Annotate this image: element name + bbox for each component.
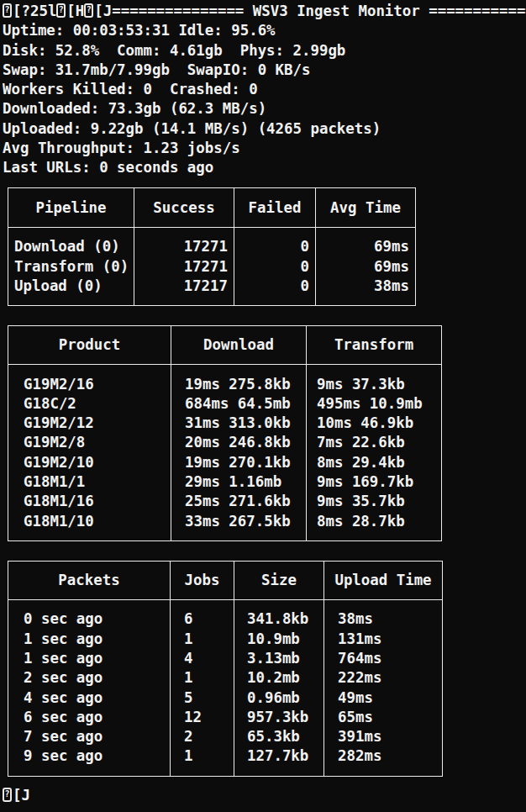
table-column: G19M2/16G18C/2G19M2/12G19M2/8G19M2/10G18…: [8, 365, 171, 540]
column-header: Size: [234, 562, 324, 600]
table-cell: 0 sec ago: [8, 609, 170, 629]
table-cell: 341.8kb: [234, 609, 323, 629]
table-cell: 1: [171, 746, 234, 766]
stat-line-downloaded: Downloaded: 73.3gb (62.3 MB/s): [3, 99, 526, 119]
unknown-char-icon: ?: [84, 3, 93, 18]
stat-line-last-urls: Last URLs: 0 seconds ago: [3, 158, 526, 177]
unknown-char-glyph: ?: [4, 789, 9, 799]
table-column: 341.8kb10.9mb3.13mb10.2mb0.96mb957.3kb65…: [234, 600, 324, 776]
table-cell: 391ms: [324, 727, 442, 746]
table-cell: 1: [171, 630, 234, 649]
column-header: Jobs: [171, 562, 234, 600]
table-cell: 17271: [134, 257, 234, 277]
esc-sequence-hide-cursor: [?25l: [13, 3, 56, 19]
page-title: WSV3 Ingest Monitor: [244, 3, 429, 19]
table-cell: Download (0): [8, 237, 134, 256]
table-cell: 38ms: [324, 609, 442, 629]
unknown-char-icon: ?: [56, 3, 66, 18]
table-column: 0 sec ago1 sec ago1 sec ago2 sec ago4 se…: [8, 600, 171, 776]
table-cell: 10ms 46.9kb: [307, 414, 441, 433]
table-cell: 10.2mb: [234, 668, 323, 688]
table-cell: 2 sec ago: [8, 668, 170, 688]
table-cell: 19ms 270.1kb: [171, 453, 306, 472]
table-cell: 4 sec ago: [8, 688, 170, 708]
table-cell: G18M1/16: [8, 492, 171, 511]
stat-line-workers: Workers Killed: 0 Crashed: 0: [3, 80, 526, 99]
table-cell: 10.9mb: [234, 630, 323, 649]
unknown-char-glyph: ?: [87, 5, 92, 14]
title-rule-left: ===============: [112, 3, 244, 19]
table-cell: 0.96mb: [234, 688, 323, 708]
column-header: Failed: [234, 188, 316, 227]
unknown-char-glyph: ?: [4, 5, 9, 14]
table-cell: 684ms 64.5mb: [171, 394, 306, 414]
unknown-char-glyph: ?: [59, 5, 64, 14]
table-cell: Upload (0): [8, 277, 134, 296]
column-header: Success: [134, 188, 234, 227]
table-body: G19M2/16G18C/2G19M2/12G19M2/8G19M2/10G18…: [8, 365, 441, 540]
table-header-row: PacketsJobsSizeUpload Time: [8, 562, 442, 601]
table-cell: 495ms 10.9mb: [307, 394, 441, 414]
stat-line-disk: Disk: 52.8% Comm: 4.61gb Phys: 2.99gb: [3, 41, 526, 61]
table-column: 9ms 37.3kb495ms 10.9mb10ms 46.9kb7ms 22.…: [307, 365, 441, 540]
table-cell: 3.13mb: [234, 649, 323, 668]
table-cell: 17217: [134, 277, 234, 296]
table-column: Download (0)Transform (0)Upload (0): [8, 228, 134, 305]
title-line: ?[?25l?[H?[J=============== WSV3 Ingest …: [3, 2, 526, 21]
column-header: Download: [171, 326, 307, 365]
table-cell: 9 sec ago: [8, 746, 170, 766]
table-cell: 764ms: [324, 649, 442, 668]
table-column: 38ms131ms764ms222ms49ms65ms391ms282ms: [324, 600, 442, 776]
table-cell: 6 sec ago: [8, 708, 170, 727]
table-cell: Transform (0): [8, 257, 134, 277]
table-cell: 8ms 28.7kb: [307, 512, 441, 531]
table-cell: 38ms: [316, 277, 415, 296]
unknown-char-icon: ?: [3, 3, 12, 18]
column-header: Packets: [8, 562, 171, 600]
table-cell: G18M1/10: [8, 512, 171, 531]
column-header: Avg Time: [316, 188, 415, 227]
table-cell: 222ms: [324, 668, 442, 688]
table-cell: 1 sec ago: [8, 630, 170, 649]
table-cell: 4: [171, 649, 234, 668]
table-cell: 25ms 271.6kb: [171, 492, 306, 511]
table-cell: 5: [171, 688, 234, 708]
table-cell: 2: [171, 727, 234, 746]
stat-line-uptime: Uptime: 00:03:53:31 Idle: 95.6%: [3, 21, 526, 40]
table-cell: 29ms 1.16mb: [171, 472, 306, 492]
table-cell: 282ms: [324, 746, 442, 766]
table-cell: 19ms 275.8kb: [171, 375, 306, 394]
table-cell: 33ms 267.5kb: [171, 512, 306, 531]
table-cell: 65.3kb: [234, 727, 323, 746]
pipeline-table: PipelineSuccessFailedAvg TimeDownload (0…: [8, 187, 416, 306]
table-cell: 1 sec ago: [8, 649, 170, 668]
esc-sequence-home: [H: [66, 3, 84, 19]
table-cell: 69ms: [316, 237, 415, 256]
column-header: Upload Time: [324, 562, 442, 600]
table-cell: 957.3kb: [234, 708, 323, 727]
table-cell: G19M2/16: [8, 375, 171, 394]
table-column: 69ms69ms38ms: [316, 228, 415, 305]
table-header-row: PipelineSuccessFailedAvg Time: [8, 188, 415, 228]
column-header: Pipeline: [8, 188, 134, 227]
table-cell: 6: [171, 609, 234, 629]
table-cell: 7ms 22.6kb: [307, 433, 441, 452]
title-rule-right: ==============: [429, 3, 526, 19]
table-cell: 9ms 35.7kb: [307, 492, 441, 511]
table-cell: 49ms: [324, 688, 442, 708]
table-body: Download (0)Transform (0)Upload (0)17271…: [8, 228, 415, 305]
table-column: 614151221: [171, 600, 234, 776]
table-header-row: ProductDownloadTransform: [8, 326, 441, 366]
product-table: ProductDownloadTransformG19M2/16G18C/2G1…: [8, 325, 442, 541]
terminal-screen: ?[?25l?[H?[J=============== WSV3 Ingest …: [0, 0, 526, 812]
footer-line: ?[J: [3, 786, 526, 805]
stat-line-swap: Swap: 31.7mb/7.99gb SwapIO: 0 KB/s: [3, 61, 526, 80]
table-cell: 31ms 313.0kb: [171, 414, 306, 433]
table-cell: 9ms 37.3kb: [307, 375, 441, 394]
table-cell: 20ms 246.8kb: [171, 433, 306, 452]
table-cell: 0: [234, 277, 315, 296]
table-cell: 7 sec ago: [8, 727, 170, 746]
table-cell: 131ms: [324, 630, 442, 649]
stat-line-uploaded: Uploaded: 9.22gb (14.1 MB/s) (4265 packe…: [3, 119, 526, 139]
table-cell: 17271: [134, 237, 234, 256]
